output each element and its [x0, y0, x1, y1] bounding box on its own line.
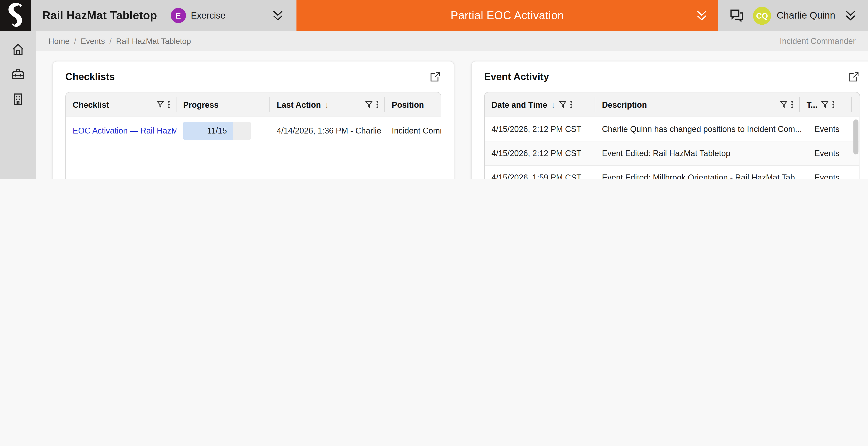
- col-progress: Progress: [183, 100, 219, 109]
- home-icon[interactable]: [11, 42, 25, 57]
- sort-desc-icon[interactable]: ↓: [325, 100, 329, 109]
- column-menu-icon[interactable]: [791, 100, 793, 108]
- event-activity-table: Date and Time↓ Description T...: [484, 92, 860, 179]
- user-avatar[interactable]: CQ: [753, 6, 771, 25]
- column-menu-icon[interactable]: [168, 100, 169, 108]
- col-description: Description: [602, 100, 647, 109]
- event-menu-chevron-icon[interactable]: [271, 8, 285, 23]
- breadcrumb-events[interactable]: Events: [81, 37, 105, 46]
- breadcrumb: Home / Events / Rail HazMat Tabletop Inc…: [36, 31, 868, 51]
- activation-banner[interactable]: Partial EOC Activation: [297, 0, 718, 31]
- exercise-badge: E: [170, 8, 186, 23]
- activity-row[interactable]: 4/15/2026, 2:12 PM CST Charlie Quinn has…: [485, 117, 859, 141]
- checklists-card: Checklists Checklist Progress Last Actio…: [53, 61, 454, 179]
- activity-row[interactable]: 4/15/2026, 1:59 PM CST Event Edited: Mil…: [485, 166, 859, 179]
- event-activity-card: Event Activity Date and Time↓ Descriptio…: [471, 61, 868, 179]
- breadcrumb-home[interactable]: Home: [49, 37, 69, 46]
- filter-icon[interactable]: [780, 101, 787, 108]
- progress-bar: 11/15: [183, 122, 251, 139]
- event-title: Rail HazMat Tabletop: [42, 9, 157, 22]
- app-logo[interactable]: [0, 0, 31, 31]
- current-role-label[interactable]: Incident Commander: [780, 37, 856, 46]
- top-bar: Rail HazMat Tabletop E Exercise Partial …: [0, 0, 868, 31]
- activity-row[interactable]: 4/15/2026, 2:12 PM CST Event Edited: Rai…: [485, 141, 859, 166]
- event-activity-popout-icon[interactable]: [848, 70, 860, 83]
- filter-icon[interactable]: [559, 101, 566, 108]
- checklists-popout-icon[interactable]: [429, 70, 441, 83]
- activation-banner-chevron-icon[interactable]: [694, 8, 709, 23]
- filter-icon[interactable]: [157, 101, 164, 108]
- checklist-row[interactable]: EOC Activation — Rail HazM 11/15 4/14/20…: [66, 117, 440, 145]
- breadcrumb-current: Rail HazMat Tabletop: [116, 37, 191, 46]
- last-action-cell: 4/14/2026, 1:36 PM - Charlie: [270, 126, 385, 135]
- activation-banner-label: Partial EOC Activation: [451, 9, 564, 22]
- filter-icon[interactable]: [365, 101, 372, 108]
- toolbox-icon[interactable]: [11, 67, 25, 82]
- checklist-link[interactable]: EOC Activation — Rail HazM: [73, 126, 176, 135]
- app-root: Rail HazMat Tabletop E Exercise Partial …: [0, 0, 868, 179]
- column-menu-icon[interactable]: [376, 100, 378, 108]
- left-sidebar: [0, 31, 36, 179]
- col-last-action: Last Action: [277, 100, 321, 109]
- column-menu-icon[interactable]: [570, 100, 572, 108]
- exercise-badge-label: Exercise: [191, 10, 226, 21]
- user-segment: CQ Charlie Quinn: [718, 0, 868, 31]
- snake-logo-icon: [4, 1, 27, 30]
- col-type: T...: [806, 100, 817, 109]
- col-checklist: Checklist: [73, 100, 109, 109]
- checklists-title: Checklists: [65, 71, 115, 83]
- building-icon[interactable]: [11, 92, 25, 106]
- event-header-segment[interactable]: Rail HazMat Tabletop E Exercise: [31, 0, 297, 31]
- column-menu-icon[interactable]: [833, 100, 834, 108]
- col-position: Position: [392, 100, 424, 109]
- chat-icon[interactable]: [728, 7, 745, 24]
- col-date-time: Date and Time: [492, 100, 547, 109]
- event-activity-title: Event Activity: [484, 71, 549, 83]
- position-cell: Incident Commande: [385, 126, 441, 135]
- checklists-table: Checklist Progress Last Action↓ Position: [65, 92, 441, 179]
- filter-icon[interactable]: [822, 101, 829, 108]
- progress-value: 11/15: [183, 122, 251, 139]
- sort-desc-icon[interactable]: ↓: [551, 100, 555, 109]
- user-name: Charlie Quinn: [777, 10, 835, 21]
- user-menu-chevron-icon[interactable]: [843, 8, 858, 23]
- table-scrollbar[interactable]: [853, 120, 858, 154]
